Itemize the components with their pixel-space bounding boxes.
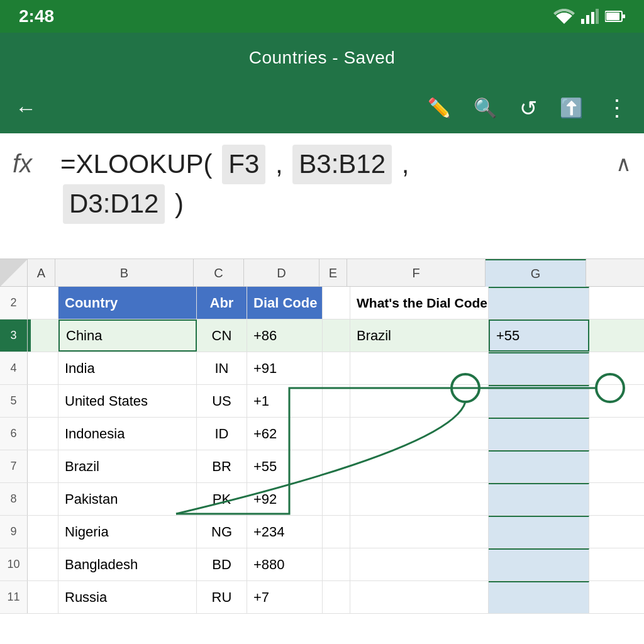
cell-c3[interactable]: CN (197, 319, 247, 352)
formula-content: =XLOOKUP( F3 , B3:B12 , D3:D12 ) (60, 145, 606, 224)
cell-f8[interactable] (350, 483, 489, 515)
cell-d9[interactable]: +234 (247, 516, 323, 548)
wifi-icon (553, 9, 575, 24)
row-number: 10 (0, 548, 28, 580)
col-header-e: E (319, 259, 347, 287)
cell-e7[interactable] (323, 450, 350, 482)
ref1-box: F3 (222, 145, 265, 184)
cell-g8[interactable] (489, 483, 589, 515)
cell-e11[interactable] (323, 581, 350, 613)
table-row: 10 Bangladesh BD +880 (0, 548, 644, 581)
cell-f3[interactable]: Brazil (350, 319, 489, 352)
rows-container: 2 Country Abr Dial Code What's the Dial … (0, 287, 644, 644)
cell-g6[interactable] (489, 418, 589, 450)
formula-text: =XLOOKUP( (60, 149, 219, 179)
col-header-c[interactable]: C (194, 259, 244, 287)
cell-d6[interactable]: +62 (247, 418, 323, 450)
cell-f6[interactable] (350, 418, 489, 450)
cell-c5[interactable]: US (197, 385, 247, 417)
cell-a6[interactable] (31, 418, 58, 450)
cell-g10[interactable] (489, 548, 589, 580)
cell-g5[interactable] (489, 385, 589, 417)
cell-f9[interactable] (350, 516, 489, 548)
cell-e5[interactable] (323, 385, 350, 417)
cell-g4[interactable] (489, 352, 589, 384)
col-header-g[interactable]: G (486, 259, 586, 287)
edit-icon[interactable]: ✏️ (428, 99, 451, 118)
cell-g9[interactable] (489, 516, 589, 548)
cell-c8[interactable]: PK (197, 483, 247, 515)
cell-a2[interactable] (31, 287, 58, 319)
cell-b5[interactable]: United States (58, 385, 197, 417)
cell-b2[interactable]: Country (58, 287, 197, 319)
table-row: 8 Pakistan PK +92 (0, 483, 644, 516)
cell-b8[interactable]: Pakistan (58, 483, 197, 515)
cell-d11[interactable]: +7 (247, 581, 323, 613)
cell-e4[interactable] (323, 352, 350, 384)
cell-g7[interactable] (489, 450, 589, 482)
back-button[interactable]: ← (15, 97, 36, 119)
cell-a11[interactable] (31, 581, 58, 613)
toolbar-actions: ✏️ 🔍 ↺ ⬆️ ⋮ (428, 97, 629, 119)
formula-bar: fx =XLOOKUP( F3 , B3:B12 , D3:D12 ) ∧ (0, 133, 644, 259)
cell-f2[interactable]: What's the Dial Code? (350, 287, 489, 319)
cell-e10[interactable] (323, 548, 350, 580)
cell-b4[interactable]: India (58, 352, 197, 384)
cell-e9[interactable] (323, 516, 350, 548)
cell-d2[interactable]: Dial Code (247, 287, 323, 319)
cell-a4[interactable] (31, 352, 58, 384)
cell-g2[interactable] (489, 287, 589, 319)
cell-c6[interactable]: ID (197, 418, 247, 450)
cell-a8[interactable] (31, 483, 58, 515)
cell-e8[interactable] (323, 483, 350, 515)
cell-e2[interactable] (323, 287, 350, 319)
cell-b10[interactable]: Bangladesh (58, 548, 197, 580)
cell-f4[interactable] (350, 352, 489, 384)
undo-icon[interactable]: ↺ (519, 97, 537, 119)
cell-d8[interactable]: +92 (247, 483, 323, 515)
cell-f7[interactable] (350, 450, 489, 482)
share-icon[interactable]: ⬆️ (560, 99, 583, 118)
cell-b9[interactable]: Nigeria (58, 516, 197, 548)
cell-c2[interactable]: Abr (197, 287, 247, 319)
cell-f10[interactable] (350, 548, 489, 580)
cell-c9[interactable]: NG (197, 516, 247, 548)
cell-g3[interactable]: +55 (489, 319, 589, 352)
cell-d3[interactable]: +86 (247, 319, 323, 352)
cell-e6[interactable] (323, 418, 350, 450)
more-icon[interactable]: ⋮ (606, 97, 629, 119)
app-title: Countries - Saved (249, 48, 396, 68)
cell-a5[interactable] (31, 385, 58, 417)
cell-b11[interactable]: Russia (58, 581, 197, 613)
cell-a7[interactable] (31, 450, 58, 482)
cell-c10[interactable]: BD (197, 548, 247, 580)
cell-b7[interactable]: Brazil (58, 450, 197, 482)
col-header-b[interactable]: B (55, 259, 194, 287)
fx-label: fx (13, 150, 50, 178)
cell-b6[interactable]: Indonesia (58, 418, 197, 450)
formula-collapse-button[interactable]: ∧ (616, 151, 631, 176)
cell-a9[interactable] (31, 516, 58, 548)
cell-d7[interactable]: +55 (247, 450, 323, 482)
cell-d4[interactable]: +91 (247, 352, 323, 384)
row-number: 7 (0, 450, 28, 482)
cell-d10[interactable]: +880 (247, 548, 323, 580)
cell-c4[interactable]: IN (197, 352, 247, 384)
cell-e3[interactable] (323, 319, 350, 352)
cell-b3[interactable]: China (58, 319, 197, 352)
cell-d5[interactable]: +1 (247, 385, 323, 417)
svg-rect-2 (591, 12, 594, 24)
cell-c11[interactable]: RU (197, 581, 247, 613)
cell-a3[interactable] (31, 319, 58, 352)
row-number: 4 (0, 352, 28, 384)
row-number: 6 (0, 418, 28, 450)
cell-f11[interactable] (350, 581, 489, 613)
cell-c7[interactable]: BR (197, 450, 247, 482)
col-header-f[interactable]: F (347, 259, 486, 287)
cell-g11[interactable] (489, 581, 589, 613)
close-paren: ) (167, 189, 184, 218)
cell-a10[interactable] (31, 548, 58, 580)
col-header-d[interactable]: D (244, 259, 319, 287)
cell-f5[interactable] (350, 385, 489, 417)
search-icon[interactable]: 🔍 (474, 99, 497, 118)
